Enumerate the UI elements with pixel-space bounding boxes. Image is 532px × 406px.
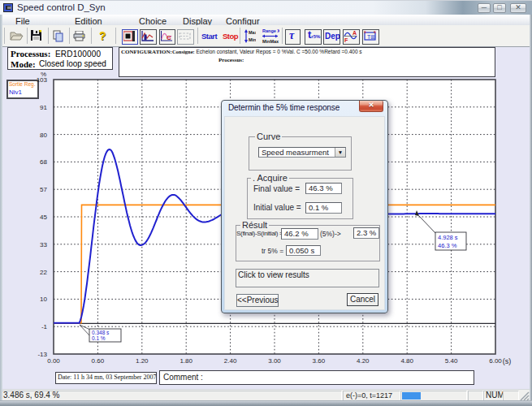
svg-text:4.928 s: 4.928 s [438,234,458,241]
svg-text:5.40: 5.40 [445,357,458,365]
svg-text:0.348 s: 0.348 s [92,330,110,335]
svg-text:45: 45 [40,214,47,221]
svg-text:4.20: 4.20 [357,357,370,365]
svg-text:0.00: 0.00 [47,357,60,365]
svg-text:2.40: 2.40 [224,357,237,365]
svg-text:-1: -1 [41,323,48,330]
svg-text:103: 103 [37,76,48,84]
svg-text:1.20: 1.20 [136,357,149,365]
svg-text:1.80: 1.80 [179,357,192,365]
svg-text:33: 33 [40,241,47,248]
svg-text:3.60: 3.60 [313,357,326,365]
svg-text:57: 57 [40,186,47,193]
svg-text:46.3 %: 46.3 % [438,242,457,249]
svg-text:10: 10 [40,296,47,303]
svg-text:0.60: 0.60 [92,357,105,365]
svg-text:3.00: 3.00 [268,357,281,365]
svg-text:68: 68 [40,158,47,166]
svg-text:(s): (s) [503,357,512,365]
svg-text:6.00: 6.00 [489,357,502,365]
svg-text:91: 91 [40,104,47,111]
svg-text:4.80: 4.80 [400,357,413,365]
svg-text:0.1 %: 0.1 % [92,335,106,341]
svg-text:80: 80 [40,132,47,139]
svg-text:22: 22 [40,269,47,276]
svg-text:-13: -13 [37,351,47,358]
